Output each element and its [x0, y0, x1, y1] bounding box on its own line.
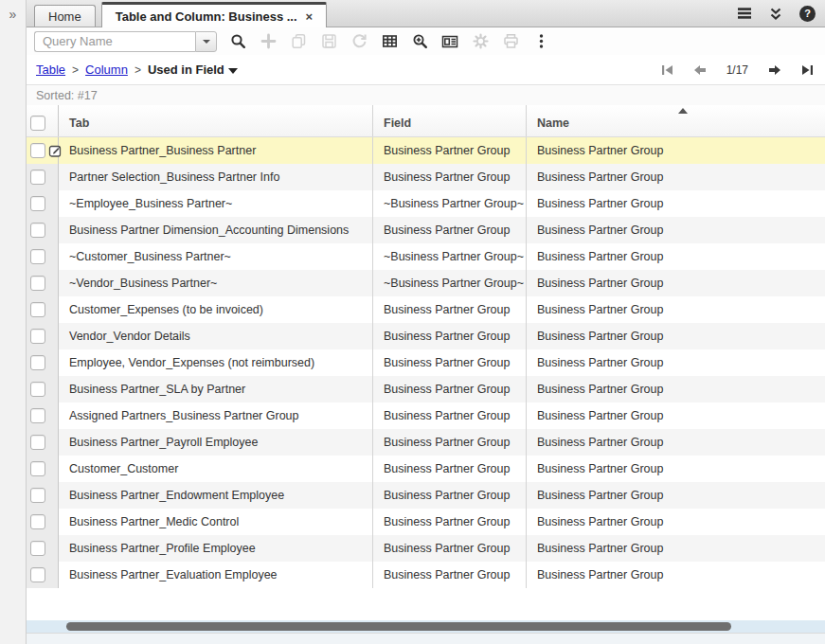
tab-table-and-column[interactable]: Table and Column: Business ... ×: [101, 2, 328, 27]
cell-field: Business Partner Group: [372, 217, 526, 243]
cell-field: Business Partner Group: [372, 402, 526, 429]
row-select-cell: [27, 562, 59, 588]
expand-sidebar-icon[interactable]: »: [0, 7, 26, 22]
table-row[interactable]: Business Partner_Profile EmployeeBusines…: [27, 535, 825, 562]
cell-tab: Business Partner_Medic Control: [59, 509, 372, 535]
column-header-field[interactable]: Field: [372, 105, 526, 136]
sort-status-bar: Sorted: #17: [27, 84, 825, 105]
cell-field: Business Partner Group: [372, 429, 526, 456]
cell-name: Business Partner Group: [526, 456, 825, 482]
grid-toggle-icon[interactable]: [380, 32, 399, 51]
search-icon[interactable]: [228, 32, 247, 51]
row-checkbox[interactable]: [30, 302, 45, 317]
row-checkbox[interactable]: [30, 514, 45, 529]
cell-field: ~Business Partner Group~: [372, 243, 526, 270]
cell-tab: ~Employee_Business Partner~: [59, 190, 372, 217]
row-checkbox[interactable]: [30, 488, 45, 503]
row-checkbox[interactable]: [30, 461, 45, 476]
cell-field: Business Partner Group: [372, 349, 526, 376]
table-row[interactable]: Business Partner Dimension_Accounting Di…: [27, 217, 825, 243]
row-checkbox[interactable]: [30, 170, 45, 185]
cell-name: Business Partner Group: [526, 323, 825, 349]
zoom-icon[interactable]: [410, 32, 429, 51]
row-select-cell: [27, 217, 59, 243]
select-all-cell: [27, 105, 59, 136]
breadcrumb-column-link[interactable]: Column: [85, 63, 128, 77]
row-checkbox[interactable]: [30, 276, 45, 291]
row-checkbox[interactable]: [30, 249, 45, 264]
horizontal-scrollbar-thumb[interactable]: [66, 622, 731, 631]
tab-home-label: Home: [48, 9, 81, 24]
tab-table-and-column-label: Table and Column: Business ...: [116, 9, 297, 24]
table-row[interactable]: ~Vendor_Business Partner~~Business Partn…: [27, 270, 825, 296]
table-row[interactable]: Customer_CustomerBusiness Partner GroupB…: [27, 456, 825, 482]
table-row[interactable]: Business Partner_SLA by PartnerBusiness …: [27, 376, 825, 402]
row-checkbox[interactable]: [30, 355, 45, 370]
row-checkbox[interactable]: [30, 143, 45, 158]
table-row[interactable]: Business Partner_Medic ControlBusiness P…: [27, 509, 825, 535]
table-row[interactable]: Vendor_Vendor DetailsBusiness Partner Gr…: [27, 323, 825, 349]
close-tab-icon[interactable]: ×: [306, 10, 314, 23]
row-checkbox[interactable]: [30, 382, 45, 397]
page-indicator: 1/17: [726, 63, 748, 77]
table-row[interactable]: Assigned Partners_Business Partner Group…: [27, 402, 825, 429]
table-row[interactable]: Business Partner_Endowment EmployeeBusin…: [27, 482, 825, 509]
cell-field: Business Partner Group: [372, 562, 526, 588]
row-select-cell: [27, 402, 59, 429]
horizontal-scrollbar-track[interactable]: [27, 620, 825, 634]
grid-header: Tab Field Name: [27, 105, 825, 137]
collapsed-sidebar: »: [0, 0, 27, 644]
save-icon[interactable]: [319, 32, 338, 51]
table-row[interactable]: Business Partner_Payroll EmployeeBusines…: [27, 429, 825, 456]
table-row[interactable]: Employee, Vendor_Expenses (not reimburse…: [27, 349, 825, 376]
table-row[interactable]: Business Partner_Evaluation EmployeeBusi…: [27, 562, 825, 588]
breadcrumb-table-link[interactable]: Table: [36, 63, 65, 77]
cell-name: Business Partner Group: [526, 137, 825, 164]
row-checkbox[interactable]: [30, 408, 45, 423]
table-row[interactable]: Partner Selection_Business Partner InfoB…: [27, 164, 825, 190]
more-options-icon[interactable]: [531, 32, 550, 51]
table-row[interactable]: ~Customer_Business Partner~~Business Par…: [27, 243, 825, 270]
new-record-icon[interactable]: [259, 32, 278, 51]
tab-home[interactable]: Home: [34, 5, 96, 27]
first-page-button[interactable]: [661, 64, 673, 76]
last-page-button[interactable]: [801, 64, 814, 76]
row-checkbox[interactable]: [30, 223, 45, 238]
cell-field: Business Partner Group: [372, 509, 526, 535]
next-page-button[interactable]: [768, 64, 781, 76]
cell-tab: ~Vendor_Business Partner~: [59, 270, 372, 296]
breadcrumb-current-tab[interactable]: Used in Field: [148, 63, 238, 77]
select-all-checkbox[interactable]: [30, 116, 45, 131]
query-dropdown-button[interactable]: [195, 31, 217, 52]
report-icon[interactable]: [440, 32, 459, 51]
chevron-down-icon: [228, 68, 238, 74]
row-checkbox[interactable]: [30, 329, 45, 344]
chevron-down-icon: [203, 40, 210, 44]
previous-page-button[interactable]: [693, 64, 707, 76]
menu-icon[interactable]: [737, 7, 752, 20]
table-row[interactable]: Customer_Expenses (to be invoiced)Busine…: [27, 296, 825, 323]
sort-status-text: Sorted: #17: [36, 89, 98, 102]
help-icon[interactable]: ?: [799, 6, 816, 22]
collapse-all-icon[interactable]: [769, 7, 782, 21]
row-checkbox[interactable]: [30, 435, 45, 450]
breadcrumb-row: Table > Column > Used in Field 1/17: [27, 55, 825, 84]
cell-tab: Customer_Customer: [59, 456, 372, 482]
query-name-input[interactable]: [34, 31, 195, 52]
window-tab-bar: Home Table and Column: Business ... × ?: [27, 0, 825, 27]
copy-record-icon[interactable]: [289, 32, 308, 51]
table-row[interactable]: Business Partner_Business PartnerBusines…: [27, 137, 825, 164]
print-icon[interactable]: [501, 32, 520, 51]
undo-icon[interactable]: [350, 32, 368, 51]
cell-tab: Vendor_Vendor Details: [59, 323, 372, 349]
cell-tab: ~Customer_Business Partner~: [59, 243, 372, 270]
row-checkbox[interactable]: [30, 567, 45, 582]
row-checkbox[interactable]: [30, 196, 45, 211]
cell-name: Business Partner Group: [526, 509, 825, 535]
column-header-name[interactable]: Name: [526, 105, 825, 136]
column-header-tab[interactable]: Tab: [59, 105, 372, 136]
row-checkbox[interactable]: [30, 541, 45, 556]
settings-gear-icon[interactable]: [471, 32, 490, 51]
row-select-cell: [27, 349, 59, 376]
table-row[interactable]: ~Employee_Business Partner~~Business Par…: [27, 190, 825, 217]
